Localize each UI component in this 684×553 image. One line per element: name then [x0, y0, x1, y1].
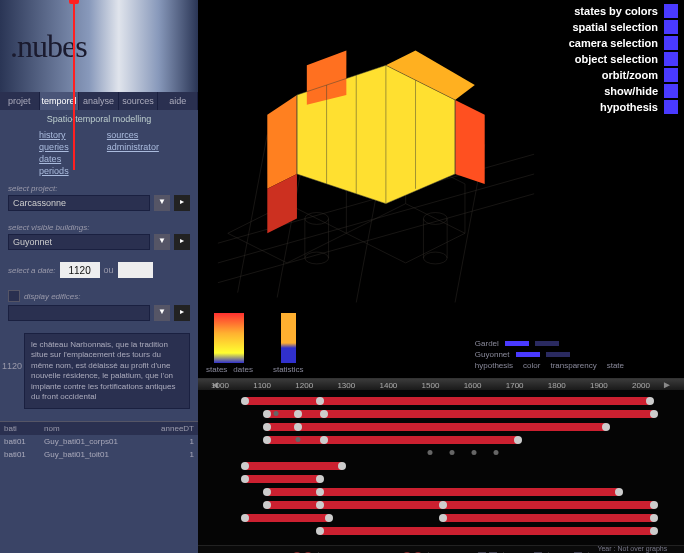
track-dot[interactable] [294, 423, 302, 431]
track-dot[interactable] [650, 527, 658, 535]
track-dot[interactable] [602, 423, 610, 431]
track-dot[interactable] [650, 501, 658, 509]
go-project-btn[interactable]: ▸ [174, 195, 190, 211]
go-buildings-btn[interactable]: ▸ [174, 234, 190, 250]
track-dot[interactable] [650, 410, 658, 418]
table-row[interactable]: bati01 Guy_bati01_corps01 1 [0, 435, 198, 448]
orbit-zoom-icon [664, 68, 678, 82]
legend-show-hide[interactable]: show/hide [569, 84, 678, 98]
track-dot[interactable] [316, 475, 324, 483]
link-history[interactable]: history [39, 130, 69, 140]
track-dot[interactable] [241, 475, 249, 483]
tab-sources[interactable]: sources [119, 92, 159, 110]
track-row[interactable] [210, 487, 672, 498]
track-dot-small[interactable] [450, 450, 455, 455]
track-dot[interactable] [263, 436, 271, 444]
track-dot-small[interactable] [472, 450, 477, 455]
track-dot[interactable] [241, 462, 249, 470]
tick: 1800 [548, 381, 566, 390]
track-dot[interactable] [439, 501, 447, 509]
tab-projet[interactable]: projet [0, 92, 40, 110]
track-dot[interactable] [439, 514, 447, 522]
legend-camera-selection[interactable]: camera selection [569, 36, 678, 50]
table-row[interactable]: bati01 Guy_bati01_toit01 1 [0, 448, 198, 461]
track-row[interactable] [210, 435, 672, 446]
track-dot[interactable] [316, 527, 324, 535]
track-dot[interactable] [294, 410, 302, 418]
dropdown-edifices-btn[interactable]: ▼ [154, 305, 170, 321]
track-row[interactable] [210, 500, 672, 511]
link-dates[interactable]: dates [39, 154, 69, 164]
track-dot[interactable] [338, 462, 346, 470]
track-dot[interactable] [241, 397, 249, 405]
track-dot[interactable] [320, 410, 328, 418]
dropdown-buildings-btn[interactable]: ▼ [154, 234, 170, 250]
track-bar[interactable] [443, 514, 654, 522]
track-dot[interactable] [646, 397, 654, 405]
track-dot[interactable] [316, 397, 324, 405]
track-dot[interactable] [514, 436, 522, 444]
legend-orbit-zoom[interactable]: orbit/zoom [569, 68, 678, 82]
track-row[interactable] [210, 409, 672, 420]
track-dot[interactable] [263, 423, 271, 431]
track-row[interactable] [210, 422, 672, 433]
track-dot-small[interactable] [428, 450, 433, 455]
track-dot[interactable] [650, 514, 658, 522]
track-dot-small[interactable] [274, 411, 279, 416]
track-dot[interactable] [316, 488, 324, 496]
track-dot[interactable] [325, 514, 333, 522]
track-row[interactable] [210, 474, 672, 485]
link-queries[interactable]: queries [39, 142, 69, 152]
track-dot[interactable] [615, 488, 623, 496]
link-administrator[interactable]: administrator [107, 142, 159, 152]
3d-model[interactable] [208, 10, 544, 338]
th-bati[interactable]: bati [4, 424, 44, 433]
timeline-ruler[interactable]: ◄ 10001100120013001400150016001700180019… [198, 379, 684, 390]
select-project[interactable]: Carcassonne [8, 195, 150, 211]
th-annee[interactable]: anneeDT [144, 424, 194, 433]
track-dot[interactable] [316, 501, 324, 509]
track-dot[interactable] [263, 488, 271, 496]
track-row[interactable] [210, 513, 672, 524]
legend-spatial-selection[interactable]: spatial selection [569, 20, 678, 34]
date-input[interactable] [60, 262, 100, 278]
track-row[interactable] [210, 396, 672, 407]
select-buildings[interactable]: Guyonnet [8, 234, 150, 250]
track-dot[interactable] [263, 501, 271, 509]
track-bar[interactable] [245, 397, 650, 405]
track-dot-small[interactable] [296, 437, 301, 442]
track-bar[interactable] [245, 462, 342, 470]
track-dot[interactable] [241, 514, 249, 522]
track-dot[interactable] [320, 436, 328, 444]
link-sources[interactable]: sources [107, 130, 159, 140]
track-dot[interactable] [263, 410, 271, 418]
track-bar[interactable] [267, 436, 518, 444]
legend-states-by-colors[interactable]: states by colors [569, 4, 678, 18]
th-nom[interactable]: nom [44, 424, 144, 433]
legend-object-selection[interactable]: object selection [569, 52, 678, 66]
track-bar[interactable] [245, 475, 320, 483]
track-bar[interactable] [245, 514, 329, 522]
track-bar[interactable] [267, 423, 606, 431]
guyonnet-bar[interactable] [516, 352, 540, 357]
gardel-bar[interactable] [505, 341, 529, 346]
select-edifices[interactable] [8, 305, 150, 321]
3d-viewport[interactable]: states by colors spatial selection camer… [198, 0, 684, 378]
track-row[interactable] [210, 461, 672, 472]
track-dot-small[interactable] [494, 450, 499, 455]
date-input-alt[interactable] [118, 262, 153, 278]
checkbox-display-edifices[interactable] [8, 290, 20, 302]
tab-analyse[interactable]: analyse [79, 92, 119, 110]
dropdown-project-btn[interactable]: ▼ [154, 195, 170, 211]
link-periods[interactable]: periods [39, 166, 69, 176]
tab-aide[interactable]: aide [158, 92, 198, 110]
track-row[interactable] [210, 526, 672, 537]
track-row[interactable] [210, 448, 672, 459]
track-bar[interactable] [320, 527, 654, 535]
track-bar[interactable] [267, 501, 654, 509]
go-edifices-btn[interactable]: ▸ [174, 305, 190, 321]
legend-hypothesis[interactable]: hypothesis [569, 100, 678, 114]
timeline-tracks[interactable] [198, 390, 684, 545]
timeline-marker[interactable] [73, 0, 75, 170]
ruler-next[interactable]: ► [662, 379, 672, 390]
